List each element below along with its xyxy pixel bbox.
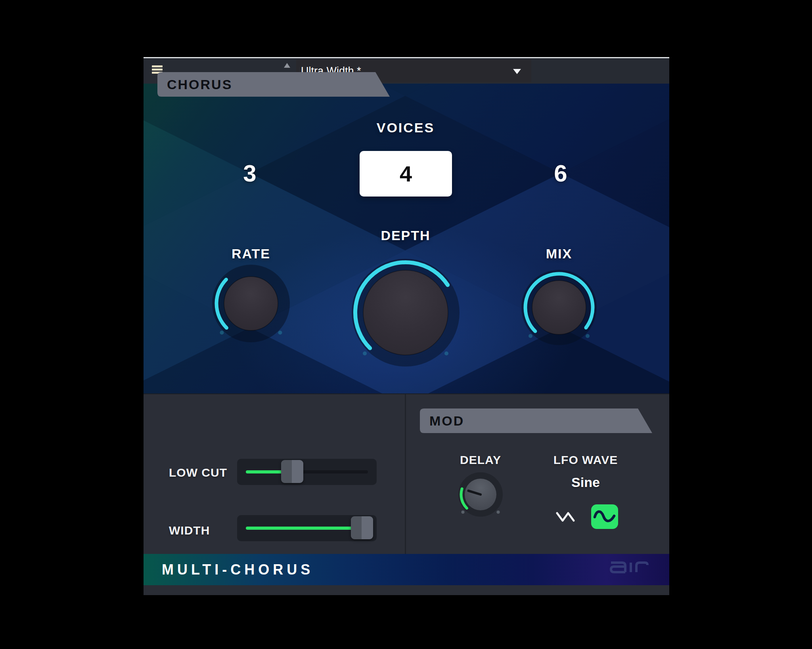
footer: MULTI-CHORUS: [144, 554, 669, 585]
voices-label: VOICES: [326, 120, 485, 136]
screen: Ultra Width *: [0, 0, 812, 649]
voices-option-3[interactable]: 3: [210, 160, 289, 187]
depth-knob[interactable]: [338, 245, 473, 380]
sine-wave-button[interactable]: [591, 504, 618, 529]
depth-label: DEPTH: [326, 228, 485, 243]
triangle-wave-button[interactable]: [555, 510, 579, 523]
slider-fill: [246, 527, 362, 530]
slider-track[interactable]: [246, 470, 368, 473]
slider-track[interactable]: [246, 527, 368, 530]
preset-up-button[interactable]: [284, 63, 290, 68]
rate-knob[interactable]: [199, 252, 303, 355]
voices-selected-value: 4: [400, 161, 412, 187]
chorus-section-header: CHORUS: [157, 72, 390, 97]
lfo-wave-label: LFO WAVE: [536, 453, 635, 467]
low-cut-slider[interactable]: [237, 459, 377, 485]
slider-thumb[interactable]: [351, 516, 373, 539]
mod-title: MOD: [420, 408, 652, 433]
main-display: VOICES 3 4 6 DEPTH RATE MIX: [144, 84, 669, 393]
mod-section-header: MOD: [420, 408, 652, 433]
low-cut-label: LOW CUT: [169, 466, 227, 479]
plugin-window: Ultra Width *: [144, 57, 669, 595]
lfo-wave-value: Sine: [546, 475, 625, 490]
air-brand-logo: [608, 559, 649, 575]
voices-value-box[interactable]: 4: [360, 151, 452, 197]
sine-wave-icon: [591, 504, 618, 529]
slider-thumb[interactable]: [281, 460, 303, 483]
width-label: WIDTH: [169, 524, 210, 537]
width-slider[interactable]: [237, 515, 377, 541]
delay-knob[interactable]: [445, 459, 516, 530]
chorus-title: CHORUS: [157, 72, 390, 97]
panel-divider: [405, 394, 406, 555]
plugin-title: MULTI-CHORUS: [162, 554, 314, 585]
mix-knob[interactable]: [508, 256, 611, 359]
bottom-strip: [144, 585, 669, 595]
voices-option-6[interactable]: 6: [521, 160, 600, 187]
dropdown-caret-icon: [513, 69, 521, 74]
